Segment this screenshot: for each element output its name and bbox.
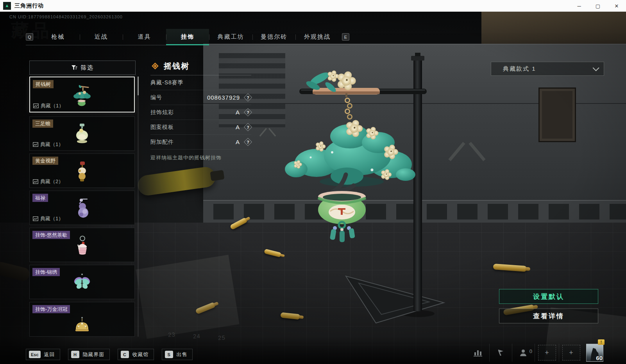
account-uid: CN UID:187799881048420331269_20260326130…: [9, 14, 123, 19]
item-name-label: 挂饰-万金泪冠: [32, 305, 70, 313]
detail-row-serial: 编号 008637929 ?: [150, 90, 251, 105]
stats-button[interactable]: [467, 344, 489, 362]
item-name-label: 黄金视野: [32, 157, 58, 165]
list-scrollbar[interactable]: [138, 77, 139, 337]
list-item-fulu[interactable]: 福禄 典藏（1）: [29, 191, 135, 225]
style-dropdown-value: 典藏款式 1: [503, 65, 536, 73]
background-paper: [136, 255, 239, 339]
game-logo-icon: ▲: [3, 2, 11, 10]
s-keycap: S: [165, 351, 173, 358]
esc-keycap: Esc: [29, 351, 41, 358]
tab-mandel-brick[interactable]: 曼德尔砖: [252, 29, 296, 45]
ornament-quality-icon: [150, 61, 160, 71]
flag-icon: [497, 349, 505, 357]
item-thumbnail: [70, 197, 95, 220]
list-scrollbar-thumb[interactable]: [138, 77, 139, 95]
empty-slot-1[interactable]: +: [535, 344, 559, 362]
maximize-button[interactable]: ▢: [588, 0, 607, 12]
friends-count: 0: [529, 348, 532, 354]
collection-icon: [33, 216, 38, 221]
item-thumbnail: [70, 83, 95, 107]
category-tabbar: Q 枪械 近战 道具 挂饰 典藏工坊 曼德尔砖 外观挑战 E: [26, 29, 349, 45]
empty-slot-2[interactable]: +: [559, 344, 583, 362]
sell-button[interactable]: S 出售: [162, 349, 193, 360]
h-keycap: H: [71, 351, 79, 358]
player-portrait[interactable]: 60 !: [583, 344, 606, 362]
view-details-button[interactable]: 查看详情: [499, 309, 598, 323]
friends-button[interactable]: 0: [512, 344, 535, 362]
tab-appearance-challenge[interactable]: 外观挑战: [295, 29, 339, 45]
list-item-wanjinleiguan[interactable]: 挂饰-万金泪冠: [29, 302, 135, 337]
season-row: 典藏-S8赛季: [150, 75, 251, 90]
hide-ui-button[interactable]: H 隐藏界面: [68, 349, 110, 360]
item-thumbnail: [70, 271, 95, 294]
item-thumbnail: [70, 123, 95, 146]
item-thumbnail: [70, 160, 95, 183]
charm-display: [274, 53, 445, 330]
help-icon[interactable]: ?: [245, 94, 251, 101]
tab-gear[interactable]: 道具: [123, 29, 166, 45]
tab-guns[interactable]: 枪械: [36, 29, 80, 45]
report-button[interactable]: [489, 344, 512, 362]
item-description: 迎祥纳福主题中的摇钱树挂饰: [150, 154, 251, 161]
item-title: 摇钱树: [164, 61, 190, 71]
item-name-label: 三足蟾: [32, 120, 53, 128]
detail-row-accessory: 附加配件 A ?: [150, 135, 251, 150]
set-default-button[interactable]: 设置默认: [499, 289, 598, 304]
season-label: 典藏-S8赛季: [150, 79, 184, 86]
item-thumbnail: [70, 312, 95, 334]
list-item-sanzuchan[interactable]: 三足蟾 典藏（1）: [29, 116, 135, 151]
collection-count: 典藏（1）: [33, 215, 63, 222]
funnel-icon: [71, 65, 77, 71]
bar-chart-icon: [473, 349, 483, 357]
list-item-youranchaxie[interactable]: 挂饰-悠然茶歇: [29, 228, 135, 262]
item-list: 摇钱树 典藏（1）: [29, 77, 137, 337]
tab-melee[interactable]: 近战: [80, 29, 123, 45]
plus-icon: +: [569, 349, 573, 357]
item-thumbnail: [70, 234, 95, 258]
tab-next-keycap: E: [342, 33, 349, 41]
titlebar: ▲ 三角洲行动 ─ ▢ ✕: [0, 0, 626, 12]
filter-button[interactable]: 筛选: [29, 61, 136, 75]
person-icon: [519, 349, 528, 357]
c-keycap: C: [121, 351, 129, 358]
collection-count: 典藏（2）: [33, 178, 63, 185]
collection-count: 典藏（1）: [33, 141, 63, 148]
notification-badge: !: [598, 339, 605, 345]
item-name-label: 挂饰-锦绣: [32, 268, 60, 276]
minimize-button[interactable]: ─: [570, 0, 588, 12]
collection-icon: [33, 103, 39, 108]
hotkey-bar: Esc 返回 H 隐藏界面 C 收藏馆 S 出售: [26, 349, 193, 360]
collection-icon: [33, 179, 38, 184]
window-title: 三角洲行动: [14, 2, 44, 9]
game-screen: 23 24 25: [0, 12, 626, 364]
list-item-huangjinshiye[interactable]: 黄金视野 典藏（2）: [29, 153, 135, 188]
collection-count: 典藏（1）: [33, 102, 64, 109]
filter-label: 筛选: [80, 64, 94, 71]
tab-collection-workshop[interactable]: 典藏工坊: [209, 29, 252, 45]
app-window: ▲ 三角洲行动 ─ ▢ ✕ 23 24 25: [0, 0, 626, 364]
back-button[interactable]: Esc 返回: [26, 349, 60, 360]
chevron-down-icon: [593, 64, 599, 71]
collection-icon: [33, 142, 38, 147]
tab-prev-keycap: Q: [26, 33, 33, 41]
detail-row-pattern: 图案模板 A ?: [150, 120, 251, 135]
item-name-label: 挂饰-悠然茶歇: [32, 231, 70, 239]
help-icon[interactable]: ?: [245, 109, 251, 116]
statusbar: 0 + + 60 !: [467, 344, 606, 362]
close-button[interactable]: ✕: [607, 0, 626, 12]
detail-row-colorway: 挂饰炫彩 A ?: [150, 105, 251, 120]
style-dropdown[interactable]: 典藏款式 1: [491, 62, 604, 76]
item-detail-panel: 摇钱树 典藏-S8赛季 编号 008637929 ? 挂饰炫彩 A ? 图案模板…: [150, 59, 251, 161]
item-name-label: 福禄: [32, 194, 48, 202]
help-icon[interactable]: ?: [245, 124, 251, 130]
plus-icon: +: [545, 349, 549, 357]
list-item-jinxiu[interactable]: 挂饰-锦绣: [29, 265, 135, 299]
help-icon[interactable]: ?: [245, 139, 251, 145]
tab-charms[interactable]: 挂饰: [166, 29, 209, 45]
list-item-yaoqianshu[interactable]: 摇钱树 典藏（1）: [29, 77, 135, 112]
player-level: 60: [596, 355, 603, 361]
item-name-label: 摇钱树: [33, 80, 54, 88]
collection-hall-button[interactable]: C 收藏馆: [118, 349, 154, 360]
